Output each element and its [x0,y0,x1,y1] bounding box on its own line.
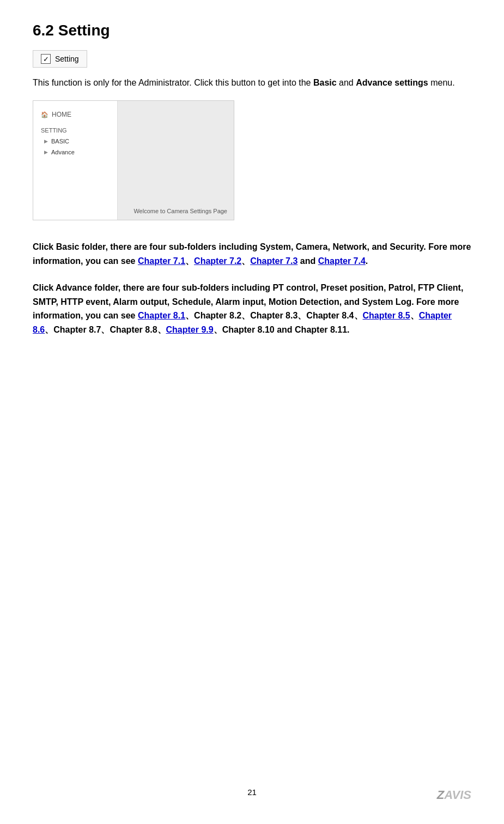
link-chapter85[interactable]: Chapter 8.5 [363,311,410,320]
intro-paragraph: This function is only for the Administra… [33,76,471,89]
checkbox-icon: ✓ [41,54,51,64]
logo-avis: AVIS [444,788,471,802]
sidebar-home-label: HOME [52,111,71,118]
paragraph1: Click Basic folder, there are four sub-f… [33,240,471,268]
logo-z: Z [437,788,444,802]
sidebar-panel: 🏠 HOME SETTING ▶ BASIC ▶ Advance [33,101,118,220]
logo: ZAVIS [437,788,471,802]
home-icon: 🏠 [41,111,48,118]
paragraph2: Click Advance folder, there are four sub… [33,281,471,336]
intro-text-after: menu. [428,78,455,87]
page-title: 6.2 Setting [33,22,471,39]
setting-btn-label: Setting [55,55,79,63]
intro-bold2: Advance settings [356,78,428,87]
intro-bold1: Basic [313,78,337,87]
link-chapter99[interactable]: Chapter 9.9 [166,325,214,334]
intro-text-before: This function is only for the Administra… [33,78,313,87]
advance-arrow-icon: ▶ [44,149,48,155]
setting-button[interactable]: ✓ Setting [33,50,87,68]
sidebar-setting-label: SETTING [33,123,117,136]
main-panel: Welcome to Camera Settings Page [118,101,234,220]
link-chapter73[interactable]: Chapter 7.3 [250,256,297,266]
basic-arrow-icon: ▶ [44,139,48,144]
intro-text-middle: and [337,78,356,87]
sidebar-basic-item: ▶ BASIC [33,136,117,147]
sidebar-advance-label: Advance [51,149,75,155]
link-chapter72[interactable]: Chapter 7.2 [194,256,241,266]
link-chapter71[interactable]: Chapter 7.1 [138,256,185,266]
link-chapter81[interactable]: Chapter 8.1 [138,311,185,320]
link-chapter74[interactable]: Chapter 7.4 [318,256,366,266]
welcome-text: Welcome to Camera Settings Page [133,208,227,214]
sidebar-advance-item: ▶ Advance [33,147,117,158]
screenshot-box: 🏠 HOME SETTING ▶ BASIC ▶ Advance Welcome… [33,100,234,220]
page-number: 21 [247,787,257,797]
sidebar-basic-label: BASIC [51,138,69,145]
sidebar-home: 🏠 HOME [33,106,117,123]
